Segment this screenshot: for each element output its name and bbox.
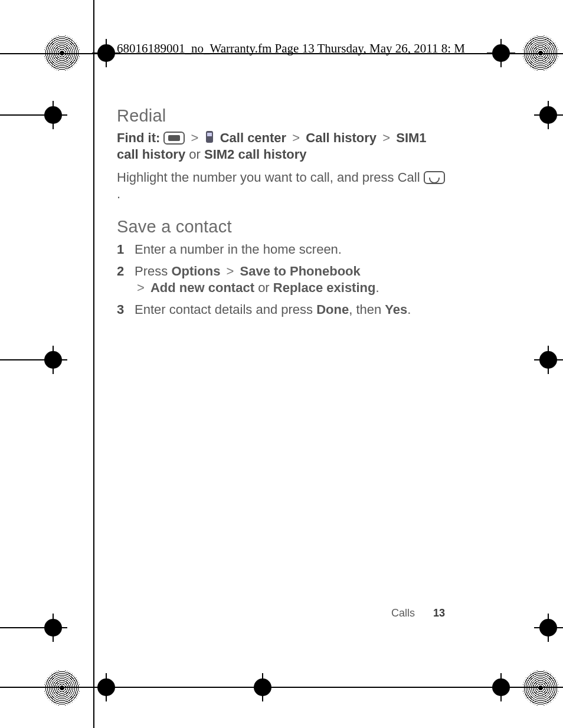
call-key-icon [424,171,445,184]
registration-mark-icon [97,44,115,62]
section-heading-save-contact: Save a contact [117,216,447,237]
path-separator: > [189,130,201,145]
footer-section: Calls [391,607,415,619]
document-header: 68016189001_no_Warranty.fm Page 13 Thurs… [117,41,533,56]
crop-line [93,0,94,728]
document-header-text: 68016189001_no_Warranty.fm Page 13 Thurs… [117,41,465,55]
step-1-text: Enter a number in the home screen. [135,242,342,257]
page-content: Redial Find it: > Call center > Call his… [117,105,447,324]
registration-mark-icon [44,670,80,706]
step-2-replace: Replace existing [273,280,376,295]
save-contact-steps: Enter a number in the home screen. Press… [117,241,447,318]
step-1: Enter a number in the home screen. [117,241,447,258]
registration-mark-icon [44,35,80,71]
step-3-done: Done [316,302,349,317]
redial-instruction: Highlight the number you want to call, a… [117,169,447,202]
step-3-pre: Enter contact details and press [135,302,313,317]
step-3-yes: Yes [385,302,407,317]
menu-key-icon [163,132,185,145]
step-2-press: Press [135,264,168,278]
registration-mark-icon [254,678,271,696]
step-2-or: or [258,280,270,295]
path-sim2: SIM2 call history [204,147,307,162]
registration-mark-icon [492,678,510,696]
redial-instruction-text: Highlight the number you want to call, a… [117,170,420,185]
redial-instruction-suffix: . [117,186,120,201]
step-3-suffix: . [407,302,411,317]
registration-mark-icon [539,106,557,124]
registration-mark-icon [523,670,558,706]
path-separator: > [380,130,392,145]
page-footer: Calls 13 [391,607,445,619]
registration-mark-icon [44,351,62,369]
registration-mark-icon [539,619,557,637]
path-separator: > [224,264,237,278]
call-center-icon [205,131,217,145]
registration-mark-icon [97,678,115,696]
registration-mark-icon [44,106,62,124]
find-it-path: Find it: > Call center > Call history > … [117,130,447,162]
step-2-suffix: . [375,280,379,295]
registration-mark-icon [539,351,557,369]
path-separator: > [290,130,302,145]
section-heading-redial: Redial [117,105,447,126]
crop-line [0,687,563,688]
registration-mark-icon [44,619,62,637]
find-it-label: Find it: [117,130,160,145]
path-call-history: Call history [306,130,377,145]
step-2-options: Options [171,264,220,278]
step-3: Enter contact details and press Done, th… [117,301,447,318]
path-call-center: Call center [220,130,287,145]
path-or: or [189,147,201,162]
step-2: Press Options > Save to Phonebook > Add … [117,263,447,296]
path-separator: > [135,280,147,295]
step-3-mid: , then [349,302,381,317]
step-2-save-to: Save to Phonebook [240,264,361,278]
footer-page-number: 13 [433,607,445,619]
step-2-add-new: Add new contact [150,280,254,295]
